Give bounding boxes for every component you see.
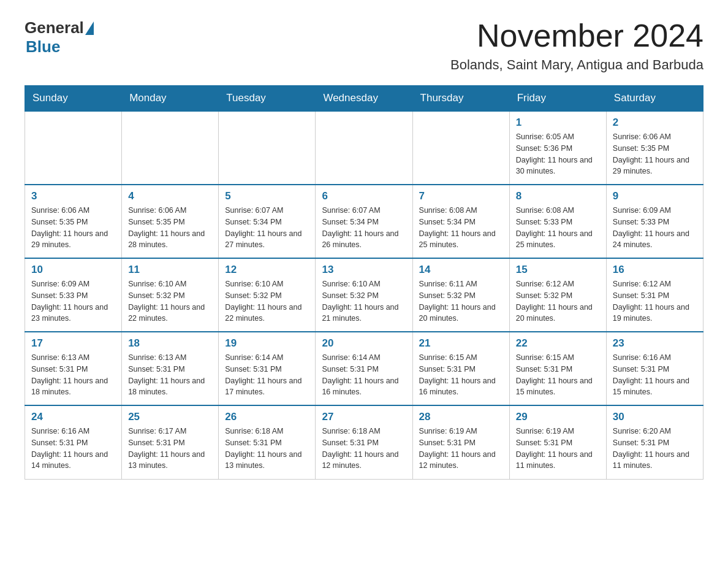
week-row-3: 10Sunrise: 6:09 AMSunset: 5:33 PMDayligh…: [25, 258, 703, 332]
calendar-cell: 21Sunrise: 6:15 AMSunset: 5:31 PMDayligh…: [412, 332, 509, 405]
day-number: 20: [322, 337, 406, 350]
calendar-cell: [412, 111, 509, 185]
location-title: Bolands, Saint Mary, Antigua and Barbuda: [450, 57, 703, 73]
day-info: Sunrise: 6:19 AMSunset: 5:31 PMDaylight:…: [516, 426, 600, 472]
day-info: Sunrise: 6:06 AMSunset: 5:35 PMDaylight:…: [613, 131, 697, 177]
calendar-cell: 25Sunrise: 6:17 AMSunset: 5:31 PMDayligh…: [122, 405, 219, 479]
day-info: Sunrise: 6:12 AMSunset: 5:31 PMDaylight:…: [613, 278, 697, 324]
day-number: 10: [31, 264, 115, 276]
calendar-cell: 24Sunrise: 6:16 AMSunset: 5:31 PMDayligh…: [25, 405, 122, 479]
day-number: 18: [128, 337, 212, 350]
header-monday: Monday: [122, 86, 219, 112]
calendar-table: SundayMondayTuesdayWednesdayThursdayFrid…: [25, 85, 703, 480]
calendar-cell: [25, 111, 122, 185]
calendar-cell: 14Sunrise: 6:11 AMSunset: 5:32 PMDayligh…: [412, 258, 509, 332]
calendar-cell: 1Sunrise: 6:05 AMSunset: 5:36 PMDaylight…: [509, 111, 606, 185]
title-section: November 2024 Bolands, Saint Mary, Antig…: [450, 18, 703, 73]
day-number: 26: [225, 411, 309, 423]
day-info: Sunrise: 6:06 AMSunset: 5:35 PMDaylight:…: [128, 205, 212, 251]
day-number: 23: [613, 337, 697, 350]
day-info: Sunrise: 6:16 AMSunset: 5:31 PMDaylight:…: [31, 426, 115, 472]
day-info: Sunrise: 6:14 AMSunset: 5:31 PMDaylight:…: [322, 352, 406, 398]
calendar-cell: 15Sunrise: 6:12 AMSunset: 5:32 PMDayligh…: [509, 258, 606, 332]
day-info: Sunrise: 6:05 AMSunset: 5:36 PMDaylight:…: [516, 131, 600, 177]
week-row-2: 3Sunrise: 6:06 AMSunset: 5:35 PMDaylight…: [25, 185, 703, 258]
logo-blue-text: Blue: [26, 37, 60, 56]
calendar-cell: 12Sunrise: 6:10 AMSunset: 5:32 PMDayligh…: [219, 258, 316, 332]
day-number: 15: [516, 264, 600, 276]
day-info: Sunrise: 6:10 AMSunset: 5:32 PMDaylight:…: [322, 278, 406, 324]
day-number: 30: [613, 411, 697, 423]
day-info: Sunrise: 6:15 AMSunset: 5:31 PMDaylight:…: [419, 352, 503, 398]
day-info: Sunrise: 6:09 AMSunset: 5:33 PMDaylight:…: [31, 278, 115, 324]
logo-general-text: General: [25, 18, 84, 37]
day-number: 27: [322, 411, 406, 423]
day-number: 16: [613, 264, 697, 276]
day-info: Sunrise: 6:19 AMSunset: 5:31 PMDaylight:…: [419, 426, 503, 472]
calendar-cell: 5Sunrise: 6:07 AMSunset: 5:34 PMDaylight…: [219, 185, 316, 258]
calendar-cell: 13Sunrise: 6:10 AMSunset: 5:32 PMDayligh…: [316, 258, 412, 332]
header: General Blue November 2024 Bolands, Sain…: [25, 18, 703, 73]
calendar-cell: 16Sunrise: 6:12 AMSunset: 5:31 PMDayligh…: [606, 258, 703, 332]
calendar-cell: 10Sunrise: 6:09 AMSunset: 5:33 PMDayligh…: [25, 258, 122, 332]
calendar-cell: 27Sunrise: 6:18 AMSunset: 5:31 PMDayligh…: [316, 405, 412, 479]
calendar-cell: 17Sunrise: 6:13 AMSunset: 5:31 PMDayligh…: [25, 332, 122, 405]
day-number: 8: [516, 190, 600, 202]
calendar-cell: 19Sunrise: 6:14 AMSunset: 5:31 PMDayligh…: [219, 332, 316, 405]
calendar-cell: 28Sunrise: 6:19 AMSunset: 5:31 PMDayligh…: [412, 405, 509, 479]
calendar-cell: 8Sunrise: 6:08 AMSunset: 5:33 PMDaylight…: [509, 185, 606, 258]
logo-triangle-icon: [85, 21, 94, 35]
calendar-cell: [316, 111, 412, 185]
day-info: Sunrise: 6:10 AMSunset: 5:32 PMDaylight:…: [128, 278, 212, 324]
day-info: Sunrise: 6:13 AMSunset: 5:31 PMDaylight:…: [128, 352, 212, 398]
header-friday: Friday: [509, 86, 606, 112]
calendar-cell: 6Sunrise: 6:07 AMSunset: 5:34 PMDaylight…: [316, 185, 412, 258]
day-info: Sunrise: 6:07 AMSunset: 5:34 PMDaylight:…: [225, 205, 309, 251]
day-number: 25: [128, 411, 212, 423]
day-number: 5: [225, 190, 309, 202]
day-number: 21: [419, 337, 503, 350]
day-info: Sunrise: 6:10 AMSunset: 5:32 PMDaylight:…: [225, 278, 309, 324]
day-number: 19: [225, 337, 309, 350]
calendar-cell: 20Sunrise: 6:14 AMSunset: 5:31 PMDayligh…: [316, 332, 412, 405]
day-number: 9: [613, 190, 697, 202]
day-number: 6: [322, 190, 406, 202]
day-info: Sunrise: 6:09 AMSunset: 5:33 PMDaylight:…: [613, 205, 697, 251]
day-info: Sunrise: 6:15 AMSunset: 5:31 PMDaylight:…: [516, 352, 600, 398]
calendar-header-row: SundayMondayTuesdayWednesdayThursdayFrid…: [25, 86, 703, 112]
day-info: Sunrise: 6:14 AMSunset: 5:31 PMDaylight:…: [225, 352, 309, 398]
day-info: Sunrise: 6:18 AMSunset: 5:31 PMDaylight:…: [322, 426, 406, 472]
day-info: Sunrise: 6:16 AMSunset: 5:31 PMDaylight:…: [613, 352, 697, 398]
week-row-1: 1Sunrise: 6:05 AMSunset: 5:36 PMDaylight…: [25, 111, 703, 185]
week-row-4: 17Sunrise: 6:13 AMSunset: 5:31 PMDayligh…: [25, 332, 703, 405]
day-info: Sunrise: 6:12 AMSunset: 5:32 PMDaylight:…: [516, 278, 600, 324]
day-info: Sunrise: 6:06 AMSunset: 5:35 PMDaylight:…: [31, 205, 115, 251]
calendar-cell: 18Sunrise: 6:13 AMSunset: 5:31 PMDayligh…: [122, 332, 219, 405]
day-number: 12: [225, 264, 309, 276]
day-info: Sunrise: 6:08 AMSunset: 5:34 PMDaylight:…: [419, 205, 503, 251]
header-thursday: Thursday: [412, 86, 509, 112]
day-info: Sunrise: 6:17 AMSunset: 5:31 PMDaylight:…: [128, 426, 212, 472]
calendar-cell: [122, 111, 219, 185]
day-info: Sunrise: 6:07 AMSunset: 5:34 PMDaylight:…: [322, 205, 406, 251]
day-number: 29: [516, 411, 600, 423]
calendar-cell: 9Sunrise: 6:09 AMSunset: 5:33 PMDaylight…: [606, 185, 703, 258]
day-number: 22: [516, 337, 600, 350]
calendar-cell: 29Sunrise: 6:19 AMSunset: 5:31 PMDayligh…: [509, 405, 606, 479]
week-row-5: 24Sunrise: 6:16 AMSunset: 5:31 PMDayligh…: [25, 405, 703, 479]
calendar-cell: 2Sunrise: 6:06 AMSunset: 5:35 PMDaylight…: [606, 111, 703, 185]
header-wednesday: Wednesday: [316, 86, 412, 112]
day-number: 4: [128, 190, 212, 202]
month-year-title: November 2024: [450, 18, 703, 53]
header-tuesday: Tuesday: [219, 86, 316, 112]
header-sunday: Sunday: [25, 86, 122, 112]
logo: General Blue: [25, 18, 94, 56]
day-info: Sunrise: 6:11 AMSunset: 5:32 PMDaylight:…: [419, 278, 503, 324]
day-info: Sunrise: 6:20 AMSunset: 5:31 PMDaylight:…: [613, 426, 697, 472]
day-number: 28: [419, 411, 503, 423]
calendar-cell: 7Sunrise: 6:08 AMSunset: 5:34 PMDaylight…: [412, 185, 509, 258]
calendar-cell: 22Sunrise: 6:15 AMSunset: 5:31 PMDayligh…: [509, 332, 606, 405]
day-number: 3: [31, 190, 115, 202]
day-number: 17: [31, 337, 115, 350]
day-number: 24: [31, 411, 115, 423]
